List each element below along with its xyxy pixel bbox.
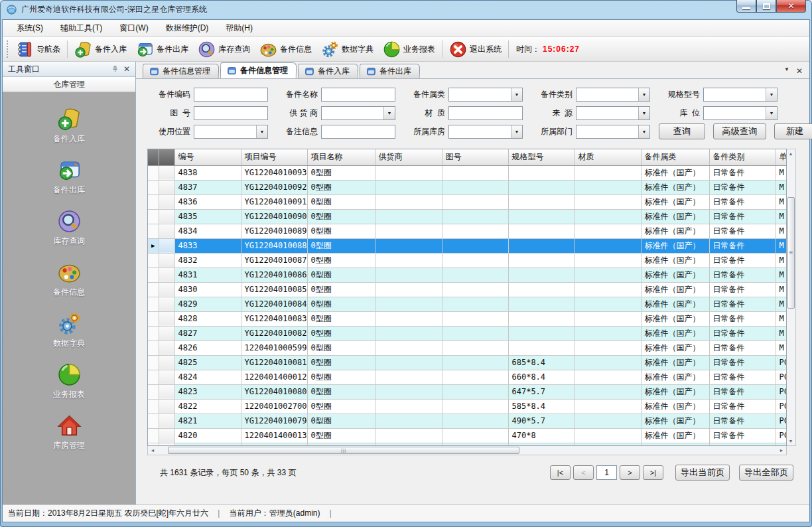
col-material[interactable]: 材质 (575, 149, 641, 165)
grid-cell[interactable]: 585*8.4 (508, 399, 575, 414)
grid-cell[interactable] (442, 414, 508, 428)
table-row[interactable]: 4831YG122040100860型圈标准件（国产）日常备件M (148, 267, 787, 282)
grid-cell[interactable]: 1220401002700 (241, 399, 307, 414)
grid-cell[interactable]: YG12204010080 (241, 384, 307, 399)
grid-cell[interactable]: M (776, 180, 787, 194)
grid-cell[interactable]: 0型圈 (307, 428, 375, 443)
grid-cell[interactable]: 日常备件 (709, 355, 776, 370)
new-button[interactable]: 新建 (774, 123, 812, 139)
grid-cell[interactable]: 日常备件 (709, 414, 776, 428)
grid-cell[interactable]: 0型圈 (307, 282, 375, 297)
figure-no-input[interactable] (194, 106, 268, 120)
table-row[interactable]: 4832YG122040100870型圈标准件（国产）日常备件M (148, 253, 787, 267)
table-row[interactable]: 4823YG122040100800型圈647*5.7标准件（国产）日常备件PC (148, 384, 787, 399)
grid-cell[interactable]: 日常备件 (709, 384, 776, 399)
spec-model-select[interactable]: ▼ (703, 88, 778, 102)
table-row[interactable]: ▶4833YG122040100880型圈标准件（国产）日常备件M (148, 238, 787, 253)
page-number-input[interactable]: 1 (596, 465, 617, 480)
sidebar-group-warehouse[interactable]: 仓库管理 (3, 77, 135, 92)
col-part-genus[interactable]: 备件属类 (641, 149, 709, 165)
scroll-up-icon[interactable]: ▲ (787, 149, 795, 158)
grid-cell[interactable]: 日常备件 (709, 209, 776, 224)
grid-cell[interactable]: 标准件（国产） (641, 194, 709, 209)
grid-cell[interactable]: 0型圈 (307, 384, 375, 399)
query-button[interactable]: 查询 (659, 123, 705, 139)
title-bar[interactable]: 广州爱奇迪软件科技有限公司-深田之星仓库管理系统 ✕ (2, 0, 810, 19)
grid-cell[interactable] (442, 165, 508, 180)
grid-cell[interactable]: 标准件（国产） (641, 238, 709, 253)
col-unit[interactable]: 单位 (776, 149, 787, 165)
row-header-cell[interactable] (159, 311, 174, 326)
grid-cell[interactable]: 0型圈 (307, 311, 375, 326)
sidebar-item-part-outbound[interactable]: 备件出库 (29, 158, 109, 196)
maximize-button[interactable] (756, 0, 776, 13)
row-indicator-cell[interactable] (148, 311, 159, 326)
grid-cell[interactable] (508, 297, 575, 311)
grid-cell[interactable]: 日常备件 (709, 428, 776, 443)
grid-cell[interactable] (508, 267, 575, 282)
menu-aux-tools[interactable]: 辅助工具(T) (52, 20, 111, 37)
row-indicator-cell[interactable] (148, 209, 159, 224)
table-row[interactable]: 4837YG122040100920型圈标准件（国产）日常备件M (148, 180, 787, 194)
grid-cell[interactable]: 4832 (174, 253, 241, 267)
grid-cell[interactable]: 日常备件 (709, 194, 776, 209)
grid-cell[interactable]: YG12204010084 (241, 297, 307, 311)
grid-cell[interactable] (575, 165, 641, 180)
grid-cell[interactable]: 标准件（国产） (641, 267, 709, 282)
row-indicator-cell[interactable] (148, 326, 159, 340)
row-header-cell[interactable] (159, 194, 174, 209)
grid-cell[interactable] (508, 282, 575, 297)
grid-cell[interactable]: 日常备件 (709, 326, 776, 340)
grid-cell[interactable]: YG12204010086 (241, 267, 307, 282)
row-header-cell[interactable] (159, 238, 174, 253)
grid-cell[interactable] (442, 311, 508, 326)
table-row[interactable]: 4835YG122040100900型圈标准件（国产）日常备件M (148, 209, 787, 224)
grid-cell[interactable]: 日常备件 (709, 340, 776, 355)
grid-cell[interactable]: YG12204010089 (241, 224, 307, 238)
grid-cell[interactable] (375, 297, 442, 311)
toolbar-exit-button[interactable]: 退出系统 (444, 38, 506, 60)
grid-cell[interactable] (442, 326, 508, 340)
tab-part-info-manage-1[interactable]: 备件信息管理 (143, 64, 219, 78)
col-part-category[interactable]: 备件类别 (709, 149, 776, 165)
grid-cell[interactable] (508, 180, 575, 194)
row-header-cell[interactable] (159, 428, 174, 443)
grid-cell[interactable]: 660*8.4 (508, 370, 575, 384)
first-page-button[interactable]: |< (550, 465, 571, 480)
department-select[interactable]: ▼ (576, 125, 650, 139)
grid-cell[interactable]: 4829 (174, 297, 241, 311)
toolbar-navigator-button[interactable]: 导航条 (11, 38, 65, 60)
grid-cell[interactable]: 0型圈 (307, 326, 375, 340)
sidebar-item-stock-query[interactable]: 库存查询 (29, 209, 109, 247)
row-indicator-cell[interactable] (148, 370, 159, 384)
grid-cell[interactable] (375, 370, 442, 384)
grid-cell[interactable] (375, 311, 442, 326)
use-position-select[interactable]: ▼ (194, 125, 268, 139)
table-row[interactable]: 4830YG122040100850型圈标准件（国产）日常备件M (148, 282, 787, 297)
grid-cell[interactable]: 标准件（国产） (641, 224, 709, 238)
grid-cell[interactable]: 4821 (174, 414, 241, 428)
grid-cell[interactable]: 0型圈 (307, 355, 375, 370)
table-row[interactable]: 4825YG122040100810型圈685*8.4标准件（国产）日常备件PC (148, 355, 787, 370)
scroll-right-icon[interactable]: ► (778, 446, 785, 455)
grid-cell[interactable]: YG12204010087 (241, 253, 307, 267)
grid-cell[interactable]: 1220401400012 (241, 370, 307, 384)
table-row[interactable]: 4821YG122040100790型圈490*5.7标准件（国产）日常备件PC (148, 414, 787, 428)
grid-cell[interactable]: 0型圈 (307, 180, 375, 194)
grid-cell[interactable]: M (776, 297, 787, 311)
grid-cell[interactable] (442, 340, 508, 355)
grid-cell[interactable] (575, 253, 641, 267)
grid-cell[interactable]: 4835 (174, 209, 241, 224)
grid-cell[interactable] (442, 209, 508, 224)
grid-cell[interactable]: 1220401400013 (241, 428, 307, 443)
grid-cell[interactable] (375, 326, 442, 340)
row-indicator-cell[interactable] (148, 297, 159, 311)
grid-cell[interactable]: 4827 (174, 326, 241, 340)
grid-cell[interactable]: YG12204010085 (241, 282, 307, 297)
grid-cell[interactable]: 日常备件 (709, 253, 776, 267)
grid-cell[interactable] (375, 253, 442, 267)
menu-data-maintain[interactable]: 数据维护(D) (157, 20, 218, 37)
grid-cell[interactable]: 4833 (174, 238, 241, 253)
grid-cell[interactable]: M (776, 267, 787, 282)
grid-cell[interactable] (375, 384, 442, 399)
